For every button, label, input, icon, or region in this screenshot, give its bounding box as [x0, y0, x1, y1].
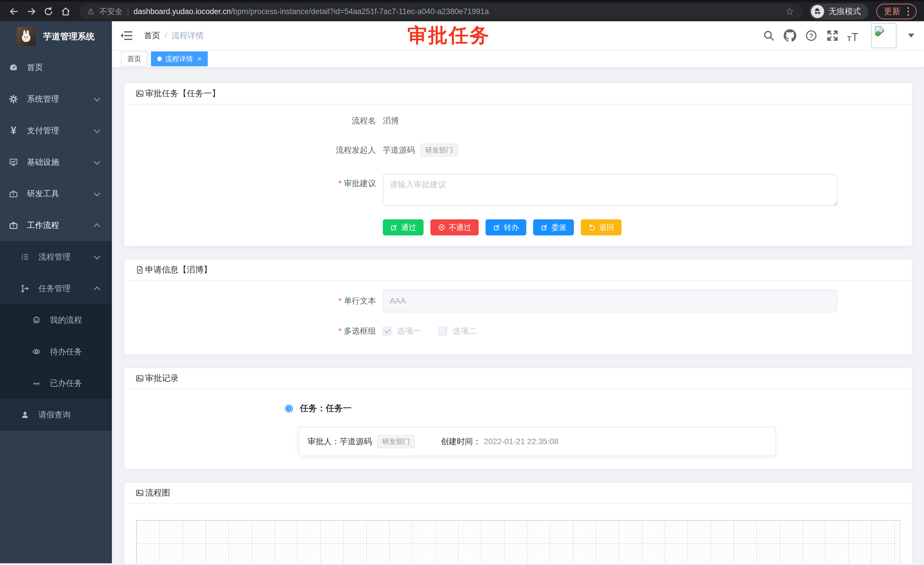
single-line-text-input — [383, 289, 837, 313]
back-icon[interactable] — [8, 5, 21, 18]
checkbox-option-2: 选项二 — [438, 326, 477, 337]
fullscreen-icon[interactable] — [826, 29, 839, 42]
panel-title: 流程图 — [145, 487, 170, 499]
checkbox-group: 选项一 选项二 — [383, 326, 477, 337]
panel-title: 审批记录 — [145, 373, 178, 384]
field-label: 流程发起人 — [136, 145, 383, 156]
search-icon[interactable] — [762, 29, 776, 42]
sidebar-item-payment[interactable]: 支付管理 — [0, 115, 112, 146]
sidebar-item-label: 待办任务 — [50, 346, 82, 357]
app-title: 芋道管理系统 — [43, 31, 95, 42]
update-button[interactable]: 更新 — [876, 4, 916, 19]
clock-icon — [284, 404, 294, 413]
sidebar-item-workflow[interactable]: 工作流程 — [0, 210, 112, 241]
sidebar-item-label: 流程管理 — [39, 251, 70, 262]
bookmark-star-icon[interactable]: ☆ — [785, 6, 794, 18]
url-host: dashboard.yudao.iocoder.cn — [134, 7, 231, 16]
chevron-down-icon — [94, 158, 100, 165]
sidebar-item-process-management[interactable]: 流程管理 — [0, 241, 112, 273]
record-card: 审批人： 芋道源码 研发部门 创建时间： 2022-01-21 22:35:08 — [298, 427, 776, 456]
return-button[interactable]: 退回 — [581, 219, 621, 236]
page-header: 首页 / 流程详情 审批任务 ? TT — [112, 21, 924, 51]
process-name-value: 滔博 — [383, 116, 399, 126]
sidebar-item-dev-tools[interactable]: 研发工具 — [0, 178, 112, 210]
panel-header: 申请信息【滔博】 — [124, 260, 912, 281]
picture-icon — [135, 374, 144, 383]
chevron-down-icon — [94, 190, 100, 196]
suggestion-row: 审批建议 — [136, 174, 900, 206]
checkbox-option-1: 选项一 — [383, 326, 421, 337]
approve-button[interactable]: 通过 — [383, 219, 423, 236]
sidebar-item-task-management[interactable]: 任务管理 — [0, 273, 112, 304]
created-label: 创建时间： — [441, 436, 481, 447]
monitor-icon — [9, 158, 18, 167]
field-label: 流程名 — [136, 116, 383, 126]
tab-close-icon[interactable]: × — [197, 56, 201, 62]
sidebar-item-my-process[interactable]: 我的流程 — [0, 304, 112, 336]
checkbox-group-row: 多选框组 选项一 选项二 — [136, 326, 900, 337]
text-field-row: 单行文本 — [136, 289, 900, 313]
caret-down-icon[interactable] — [908, 34, 914, 38]
process-diagram-panel: 流程图 — [124, 482, 912, 563]
chevron-down-icon — [94, 95, 100, 102]
sidebar-item-label: 支付管理 — [27, 125, 59, 136]
tab-home[interactable]: 首页 — [121, 51, 147, 66]
warning-icon: ⚠ — [87, 7, 94, 16]
font-size-icon[interactable]: TT — [847, 29, 860, 42]
sidebar-item-home[interactable]: 首页 — [0, 52, 112, 83]
eye-open-icon — [32, 347, 41, 356]
url-text: dashboard.yudao.iocoder.cn/bpm/process-i… — [134, 7, 780, 16]
tags-view-bar: 首页 流程详情 × — [112, 51, 924, 68]
checkbox-checked-icon — [383, 327, 392, 335]
sidebar-logo-row[interactable]: 芋道管理系统 — [0, 21, 112, 52]
panel-header: 审批任务【任务一】 — [124, 83, 912, 105]
sidebar-item-label: 请假查询 — [39, 409, 70, 420]
tab-label: 流程详情 — [165, 54, 193, 63]
initiator-row: 流程发起人 芋道源码 研发部门 — [136, 144, 900, 157]
active-dot-icon — [157, 57, 162, 61]
help-icon[interactable]: ? — [805, 29, 818, 42]
home-icon[interactable] — [59, 5, 72, 18]
button-label: 转办 — [504, 222, 519, 233]
sidebar-item-leave-query[interactable]: 请假查询 — [0, 399, 112, 431]
reject-button[interactable]: 不通过 — [430, 219, 478, 236]
breadcrumb: 首页 / 流程详情 — [144, 30, 204, 41]
delegate-button[interactable]: 委派 — [533, 219, 574, 236]
sidebar-item-label: 任务管理 — [39, 283, 70, 294]
approve-task-panel: 审批任务【任务一】 流程名 滔博 流程发起人 芋道源码 研发部门 — [124, 83, 912, 246]
sidebar-item-todo-tasks[interactable]: 待办任务 — [0, 336, 112, 368]
yen-icon — [9, 125, 18, 137]
collapse-sidebar-icon[interactable] — [120, 30, 133, 41]
panel-title: 申请信息【滔博】 — [145, 264, 212, 276]
checkbox-label: 选项二 — [453, 326, 477, 337]
sidebar: 芋道管理系统 首页 系统管理 支付管理 基础设施 — [0, 21, 112, 563]
picture-icon — [135, 488, 144, 497]
breadcrumb-separator: / — [165, 31, 167, 40]
field-label: 审批建议 — [136, 174, 383, 189]
tab-process-detail[interactable]: 流程详情 × — [151, 51, 208, 66]
transfer-button[interactable]: 转办 — [486, 219, 526, 236]
panel-header: 审批记录 — [124, 368, 912, 389]
sidebar-item-label: 工作流程 — [27, 220, 59, 231]
update-label: 更新 — [884, 6, 900, 17]
chevron-up-icon — [94, 223, 100, 230]
url-bar[interactable]: ⚠ 不安全 dashboard.yudao.iocoder.cn/bpm/pro… — [79, 4, 802, 19]
reload-icon[interactable] — [42, 5, 55, 18]
approve-record-panel: 审批记录 任务：任务一 审批人： 芋道源码 研发部门 创建时间： 2022-01… — [124, 368, 912, 469]
suggestion-textarea[interactable] — [383, 174, 837, 206]
browser-menu-icon[interactable] — [908, 7, 909, 16]
github-icon[interactable] — [783, 29, 796, 42]
sidebar-item-system[interactable]: 系统管理 — [0, 83, 112, 115]
sidebar-item-infrastructure[interactable]: 基础设施 — [0, 146, 112, 178]
initiator-name: 芋道源码 — [383, 145, 415, 156]
url-path: /bpm/process-instance/detail?id=54aa251f… — [231, 7, 489, 16]
sidebar-item-done-tasks[interactable]: 已办任务 — [0, 368, 112, 399]
forward-icon[interactable] — [25, 5, 38, 18]
tab-label: 首页 — [128, 54, 141, 63]
breadcrumb-home[interactable]: 首页 — [144, 30, 160, 41]
avatar[interactable] — [871, 23, 897, 48]
sidebar-item-label: 研发工具 — [27, 188, 59, 199]
incognito-label: 无痕模式 — [829, 6, 861, 17]
apply-info-panel: 申请信息【滔博】 单行文本 多选框组 选项一 — [124, 259, 912, 355]
bpmn-canvas[interactable] — [136, 520, 900, 563]
